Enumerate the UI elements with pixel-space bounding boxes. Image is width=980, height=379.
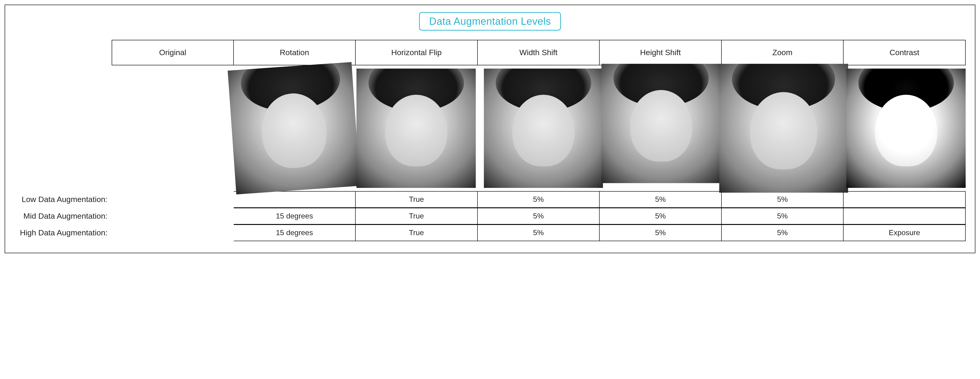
row-label-mid: Mid Data Augmentation: (14, 208, 112, 225)
row-label-high: High Data Augmentation: (14, 225, 112, 241)
sample-image-height-shift (601, 64, 721, 183)
col-header-rotation: Rotation (234, 40, 356, 65)
sample-image-contrast (846, 68, 966, 188)
row-mid-hshift: 5% (600, 208, 722, 225)
col-header-contrast: Contrast (843, 40, 966, 65)
row-low-hflip: True (356, 191, 478, 208)
row-high-rotation: 15 degrees (234, 225, 356, 241)
row-high-zoom: 5% (722, 225, 844, 241)
row-high-contrast: Exposure (843, 225, 966, 241)
sample-image-width-shift (484, 68, 603, 188)
row-mid-contrast (843, 208, 966, 225)
col-header-horizontal-flip: Horizontal Flip (356, 40, 478, 65)
row-low-rotation (234, 191, 356, 208)
row-high-hshift: 5% (600, 225, 722, 241)
image-row-spacer (14, 65, 112, 191)
header-spacer (14, 40, 112, 65)
row-low-original-gap (112, 191, 234, 208)
sample-image-zoom (719, 64, 848, 193)
col-header-original: Original (112, 40, 234, 65)
augmentation-grid: Original Rotation Horizontal Flip Width … (14, 40, 966, 241)
row-label-low: Low Data Augmentation: (14, 191, 112, 208)
row-high-hflip: True (356, 225, 478, 241)
image-row (112, 65, 966, 191)
col-header-zoom: Zoom (722, 40, 844, 65)
row-mid-hflip: True (356, 208, 478, 225)
row-mid-zoom: 5% (722, 208, 844, 225)
row-mid-rotation: 15 degrees (234, 208, 356, 225)
figure-title: Data Augmentation Levels (419, 12, 561, 30)
sample-image-original (112, 68, 231, 188)
row-low-wshift: 5% (478, 191, 600, 208)
sample-image-rotation (228, 62, 360, 194)
row-low-zoom: 5% (722, 191, 844, 208)
figure-frame: Data Augmentation Levels Original Rotati… (5, 5, 975, 253)
col-header-width-shift: Width Shift (478, 40, 600, 65)
row-mid-wshift: 5% (478, 208, 600, 225)
sample-image-horizontal-flip (356, 68, 476, 188)
col-header-height-shift: Height Shift (600, 40, 722, 65)
title-container: Data Augmentation Levels (14, 12, 966, 30)
row-mid-original-gap (112, 208, 234, 225)
row-low-contrast (843, 191, 966, 208)
row-high-original-gap (112, 225, 234, 241)
row-high-wshift: 5% (478, 225, 600, 241)
row-low-hshift: 5% (600, 191, 722, 208)
